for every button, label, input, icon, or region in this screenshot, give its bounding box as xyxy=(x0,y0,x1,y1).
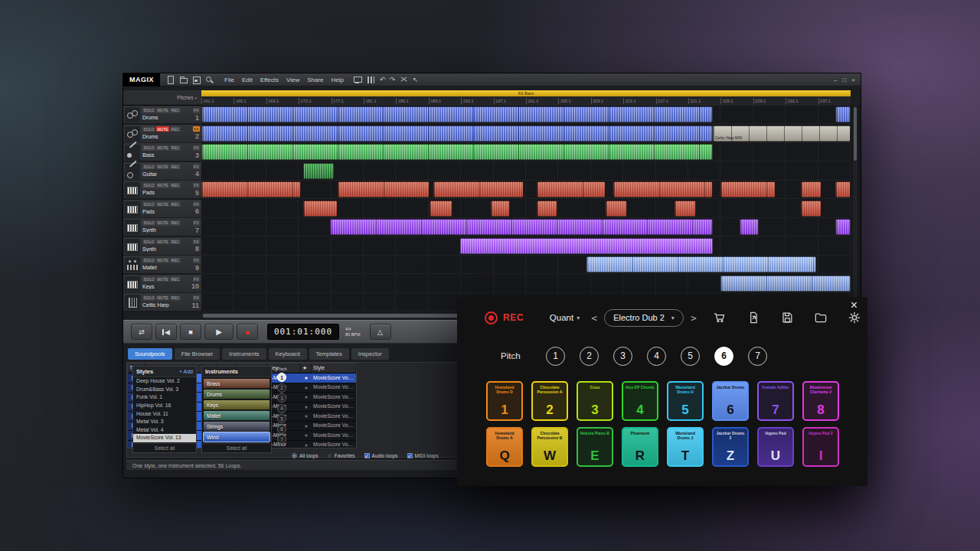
pad-7[interactable]: Female Adlibs7 xyxy=(757,381,794,421)
stop-button[interactable]: ■ xyxy=(180,324,201,340)
style-item[interactable]: HipHop Vol. 16 xyxy=(133,402,196,410)
solo-button[interactable]: SOLO xyxy=(142,239,155,244)
mute-button[interactable]: MUTE xyxy=(156,239,169,244)
select-all-instruments-button[interactable]: Select all xyxy=(202,443,271,452)
menu-edit[interactable]: Edit xyxy=(238,77,256,83)
mute-button[interactable]: MUTE xyxy=(156,126,169,132)
add-style-button[interactable]: + Add xyxy=(179,369,193,374)
instrument-item[interactable]: Brass xyxy=(204,379,270,388)
pitch-button[interactable]: 5 xyxy=(277,414,286,423)
fx-button[interactable]: FX xyxy=(193,108,200,113)
mute-button[interactable]: MUTE xyxy=(156,108,169,113)
fx-button[interactable]: FX xyxy=(193,276,200,282)
play-button[interactable]: ▶ xyxy=(204,324,234,340)
pad-6[interactable]: Jazzbar Drums6 xyxy=(712,381,749,421)
mute-button[interactable]: MUTE xyxy=(156,258,169,263)
audio-clip[interactable] xyxy=(675,201,696,217)
solo-button[interactable]: SOLO xyxy=(142,220,155,226)
mute-button[interactable]: MUTE xyxy=(156,276,169,282)
fx-button[interactable]: FX xyxy=(193,164,200,169)
menu-view[interactable]: View xyxy=(283,77,303,83)
audio-clip[interactable] xyxy=(430,201,452,217)
tab-inspector[interactable]: Inspector xyxy=(351,348,389,360)
audio-clip[interactable] xyxy=(201,106,713,122)
track-lane[interactable] xyxy=(201,256,851,274)
solo-button[interactable]: SOLO xyxy=(142,201,155,207)
track-header[interactable]: SOLOMUTERECFXBass3 xyxy=(123,143,201,161)
pad-4[interactable]: Airy EP Chords4 xyxy=(622,381,658,421)
audio-clip[interactable] xyxy=(801,181,822,197)
mute-button[interactable]: MUTE xyxy=(156,183,169,188)
audio-clip[interactable] xyxy=(720,276,851,292)
metronome-button[interactable]: △ xyxy=(370,324,391,340)
save-icon[interactable] xyxy=(191,75,201,85)
rec-button[interactable]: REC xyxy=(170,258,181,263)
audio-clip[interactable] xyxy=(835,106,851,122)
rec-button[interactable]: REC xyxy=(170,126,181,132)
rec-button[interactable]: REC xyxy=(170,145,181,151)
track-header[interactable]: SOLOMUTERECFXSynth8 xyxy=(123,237,201,256)
fx-button[interactable]: FX xyxy=(193,126,200,132)
track-header[interactable]: SOLOMUTERECFXDrums2 xyxy=(123,125,201,143)
favorite-star-icon[interactable]: ★ xyxy=(301,412,312,421)
audio-clip[interactable] xyxy=(303,163,334,179)
instrument-item[interactable]: Keys xyxy=(204,400,270,409)
pad-r[interactable]: PhantasmR xyxy=(622,427,658,467)
fx-button[interactable]: FX xyxy=(193,201,200,207)
menu-help[interactable]: Help xyxy=(328,77,348,83)
style-item[interactable]: Deep House Vol. 2 xyxy=(133,377,196,386)
fx-button[interactable]: FX xyxy=(193,145,200,151)
fx-button[interactable]: FX xyxy=(193,295,200,301)
favorite-star-icon[interactable]: ★ xyxy=(301,431,312,440)
audio-clip[interactable] xyxy=(460,238,713,254)
filter-favorites[interactable]: ☆Favorites xyxy=(328,453,355,458)
style-item[interactable]: Drum&Bass Vol. 3 xyxy=(133,386,196,394)
favorite-star-icon[interactable]: ★ xyxy=(301,383,312,393)
preset-dropdown[interactable]: Electro Dub 2 ▾ xyxy=(604,309,684,327)
track-header[interactable]: SOLOMUTERECFXCeltic Harp11 xyxy=(123,293,201,311)
cursor-icon[interactable]: ↖ xyxy=(410,76,420,83)
rec-button[interactable]: REC xyxy=(170,276,181,282)
solo-button[interactable]: SOLO xyxy=(142,295,155,301)
tab-soundpools[interactable]: Soundpools xyxy=(128,348,172,360)
audio-clip[interactable] xyxy=(338,181,430,197)
pad-1[interactable]: Homeland Drums D1 xyxy=(486,381,523,421)
audio-clip[interactable] xyxy=(801,201,822,217)
fx-button[interactable]: FX xyxy=(193,258,200,263)
quant-dropdown[interactable]: Quant xyxy=(550,313,573,322)
style-item[interactable]: House Vol. 11 xyxy=(133,409,196,418)
cart-icon[interactable] xyxy=(712,310,727,325)
favorite-star-icon[interactable]: ★ xyxy=(301,403,312,412)
pitch-button-3[interactable]: 3 xyxy=(613,347,632,366)
audio-clip[interactable] xyxy=(303,201,338,217)
close-button[interactable]: × xyxy=(851,77,855,83)
audio-clip[interactable] xyxy=(835,181,851,197)
rec-button[interactable]: REC xyxy=(170,164,181,169)
solo-button[interactable]: SOLO xyxy=(142,126,155,132)
solo-button[interactable]: SOLO xyxy=(142,276,155,282)
filter-midi-loops[interactable]: ✓MIDI loops xyxy=(407,453,439,458)
audio-clip[interactable] xyxy=(606,201,627,217)
favorite-star-icon[interactable]: ★ xyxy=(301,393,312,402)
filter-all-loops[interactable]: All loops xyxy=(292,453,318,458)
track-lane[interactable] xyxy=(201,143,851,161)
pitch-button-4[interactable]: 4 xyxy=(647,347,666,366)
pad-z[interactable]: Jazzbar Drums 2Z xyxy=(712,427,749,467)
pitch-button[interactable]: 6 xyxy=(277,425,286,434)
rec-button[interactable]: REC xyxy=(170,183,181,188)
track-lane[interactable] xyxy=(201,218,851,236)
pitch-button-2[interactable]: 2 xyxy=(580,347,599,366)
favorite-star-icon[interactable]: ★ xyxy=(301,422,312,431)
pad-2[interactable]: Chocolate Percussion A2 xyxy=(531,381,568,421)
undo-icon[interactable]: ↶ xyxy=(377,76,387,83)
pitch-button-5[interactable]: 5 xyxy=(681,347,700,366)
mixer-icon[interactable] xyxy=(366,75,376,85)
solo-button[interactable]: SOLO xyxy=(142,145,155,151)
track-header[interactable]: SOLOMUTERECFXDrums1 xyxy=(123,106,201,124)
track-header[interactable]: SOLOMUTERECFXKeys10 xyxy=(123,275,201,293)
maximize-button[interactable]: □ xyxy=(842,77,846,83)
solo-button[interactable]: SOLO xyxy=(142,108,155,113)
scissors-icon[interactable] xyxy=(399,75,409,85)
audio-clip[interactable]: Celtic Harp.MID xyxy=(713,126,851,142)
pad-i[interactable]: Hypno Pad 2I xyxy=(802,427,839,467)
